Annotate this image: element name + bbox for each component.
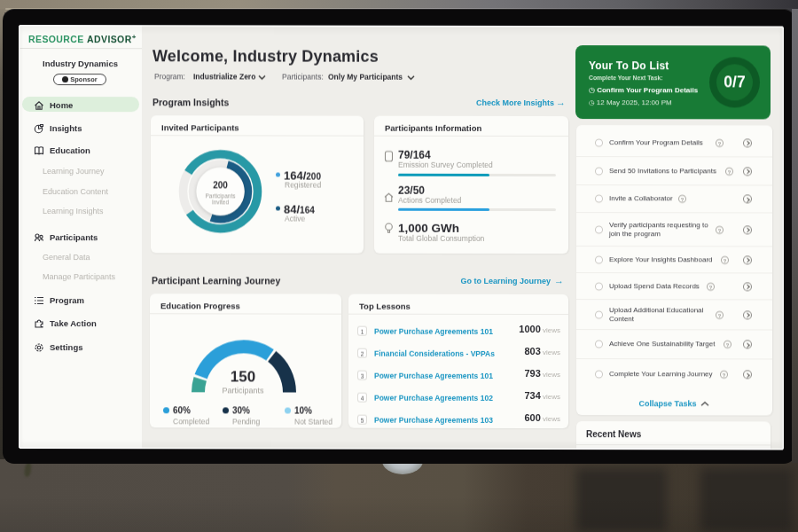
svg-text:Invited: Invited: [212, 199, 230, 205]
svg-text:Participants: Participants: [206, 192, 237, 199]
svg-text:200: 200: [213, 179, 228, 189]
